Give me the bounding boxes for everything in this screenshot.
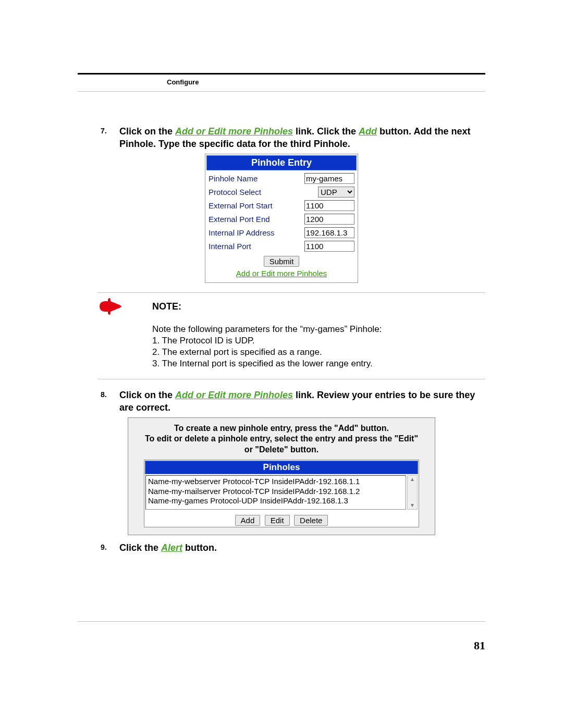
pinholes-instr-line1: To create a new pinhole entry, press the… [174, 424, 389, 433]
note-divider-bottom [97, 379, 485, 379]
label-pinhole-name: Pinhole Name [209, 174, 258, 183]
step-9-text-pre: Click the [119, 542, 161, 553]
label-ext-port-end: External Port End [209, 215, 270, 224]
step-7: 7. Click on the Add or Edit more Pinhole… [78, 125, 485, 151]
header-rule-black [78, 73, 485, 75]
scroll-up-icon[interactable]: ▲ [408, 476, 417, 483]
input-ext-port-start[interactable] [304, 200, 354, 211]
label-internal-port: Internal Port [209, 242, 251, 251]
step-8-text-pre: Click on the [119, 390, 175, 400]
list-item[interactable]: Name-my-mailserver Protocol-TCP InsideIP… [148, 487, 403, 497]
pinholes-panel: To create a new pinhole entry, press the… [128, 417, 435, 535]
list-item[interactable]: Name-my-games Protocol-UDP InsideIPAddr-… [148, 496, 403, 506]
footer-rule [78, 621, 485, 622]
step-7-text-pre: Click on the [119, 126, 175, 137]
step-8: 8. Click on the Add or Edit more Pinhole… [78, 389, 485, 414]
step-9: 9. Click the Alert button. [78, 541, 485, 554]
pinholes-title: Pinholes [145, 461, 418, 474]
add-button[interactable]: Add [235, 515, 261, 526]
note-heading: NOTE: [152, 301, 485, 312]
select-protocol[interactable]: UDP [318, 187, 354, 198]
delete-button[interactable]: Delete [294, 515, 328, 526]
step-9-link-1[interactable]: Alert [161, 542, 182, 553]
pinhole-entry-title: Pinhole Entry [206, 155, 357, 170]
submit-button[interactable]: Submit [264, 256, 300, 267]
input-internal-port[interactable] [304, 241, 354, 252]
header-section-label: Configure [167, 78, 199, 86]
label-internal-ip: Internal IP Address [209, 228, 274, 237]
step-7-link-2[interactable]: Add [359, 126, 377, 137]
page-number: 81 [474, 639, 485, 652]
pointing-hand-icon [97, 298, 121, 315]
step-7-text-mid: link. Click the [293, 126, 359, 137]
step-8-link-1[interactable]: Add or Edit more Pinholes [175, 390, 293, 400]
edit-button[interactable]: Edit [265, 515, 290, 526]
input-pinhole-name[interactable] [304, 173, 354, 184]
pinholes-inner: Pinholes Name-my-webserver Protocol-TCP … [144, 460, 419, 527]
header-rule-gray [78, 91, 485, 92]
list-item[interactable]: Name-my-webserver Protocol-TCP InsideIPA… [148, 477, 403, 487]
add-edit-pinholes-link[interactable]: Add or Edit more Pinholes [236, 269, 327, 278]
step-9-text-post: button. [182, 542, 217, 553]
label-ext-port-start: External Port Start [209, 201, 273, 210]
input-internal-ip[interactable] [304, 227, 354, 238]
note-divider-top [97, 292, 485, 293]
pinholes-listbox[interactable]: Name-my-webserver Protocol-TCP InsideIPA… [145, 475, 406, 510]
step-7-number: 7. [101, 126, 107, 136]
step-8-number: 8. [101, 390, 107, 400]
note-item-1: 1. The Protocol ID is UDP. [152, 335, 485, 347]
step-9-number: 9. [101, 542, 107, 552]
pinholes-instr-line2: To edit or delete a pinhole entry, selec… [145, 434, 418, 454]
pinhole-entry-panel: Pinhole Entry Pinhole Name Protocol Sele… [205, 154, 358, 283]
note-item-3: 3. The Internal port is specified as the… [152, 358, 485, 369]
note-block: NOTE: Note the following parameters for … [97, 301, 485, 369]
scroll-down-icon[interactable]: ▼ [408, 502, 417, 509]
step-7-link-1[interactable]: Add or Edit more Pinholes [175, 126, 293, 137]
scrollbar[interactable]: ▲ ▼ [407, 475, 418, 510]
note-intro: Note the following parameters for the “m… [152, 324, 485, 335]
input-ext-port-end[interactable] [304, 214, 354, 225]
pinholes-instructions: To create a new pinhole entry, press the… [144, 423, 419, 455]
note-body: Note the following parameters for the “m… [152, 324, 485, 369]
label-protocol-select: Protocol Select [209, 188, 261, 196]
note-item-2: 2. The external port is specified as a r… [152, 347, 485, 358]
